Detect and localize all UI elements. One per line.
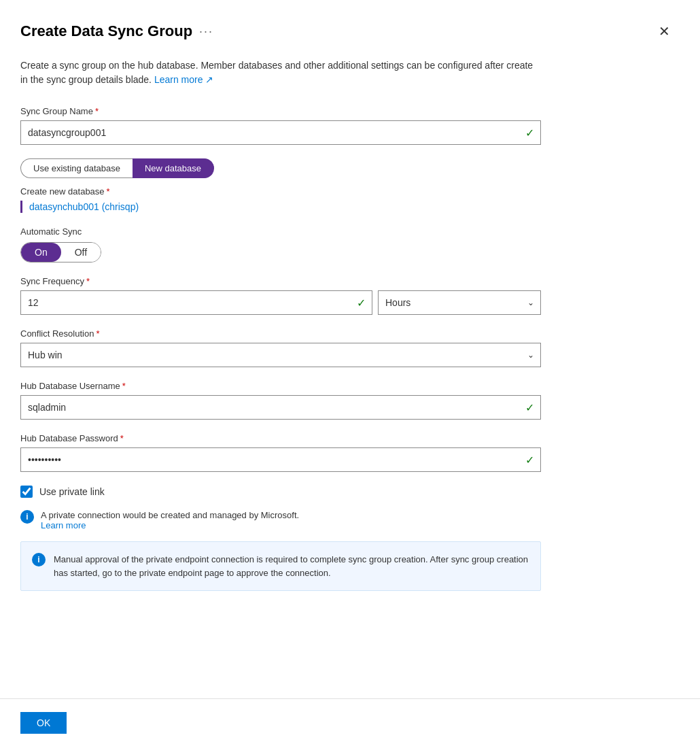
sync-frequency-input-wrapper: ✓ [20, 290, 372, 315]
sync-group-name-wrapper: ✓ [20, 120, 541, 145]
create-new-db-value: datasynchub001 (chrisqp) [29, 201, 139, 212]
hub-db-password-field: Hub Database Password * ✓ [20, 433, 673, 472]
sync-group-name-label: Sync Group Name * [20, 106, 673, 116]
create-new-db-label: Create new database * [20, 186, 673, 197]
hub-db-username-input[interactable] [20, 395, 541, 420]
new-database-tab[interactable]: New database [133, 158, 214, 178]
sync-frequency-input[interactable] [20, 290, 372, 315]
hub-db-password-check-icon: ✓ [525, 454, 534, 467]
conflict-resolution-select[interactable]: Hub win Member win [20, 343, 541, 367]
manual-approval-info-text: Manual approval of the private endpoint … [54, 553, 529, 579]
automatic-sync-on-button[interactable]: On [21, 243, 61, 262]
manual-approval-info-box: i Manual approval of the private endpoin… [20, 541, 541, 591]
external-link-icon: ↗ [205, 74, 213, 85]
hub-db-username-check-icon: ✓ [525, 401, 534, 414]
automatic-sync-field: Automatic Sync On Off [20, 226, 673, 262]
use-private-link-checkbox[interactable] [20, 486, 33, 498]
sync-frequency-label: Sync Frequency * [20, 276, 673, 286]
hub-db-password-label: Hub Database Password * [20, 433, 673, 443]
automatic-sync-off-button[interactable]: Off [61, 243, 101, 262]
conflict-resolution-field: Conflict Resolution * Hub win Member win… [20, 328, 673, 367]
database-tab-group: Use existing database New database [20, 158, 673, 178]
close-icon: ✕ [659, 23, 670, 39]
sync-frequency-unit-select[interactable]: Hours Minutes Days [378, 290, 541, 315]
hub-db-username-wrapper: ✓ [20, 395, 541, 420]
private-link-info-row: i A private connection would be created … [20, 510, 673, 530]
hub-db-password-wrapper: ✓ [20, 447, 541, 472]
sync-group-name-field: Sync Group Name * ✓ [20, 106, 673, 145]
conflict-resolution-wrapper: Hub win Member win ⌄ [20, 343, 541, 367]
learn-more-link-private[interactable]: Learn more [41, 520, 86, 530]
hub-db-username-label: Hub Database Username * [20, 381, 673, 391]
create-new-db-field: Create new database * datasynchub001 (ch… [20, 186, 673, 213]
use-private-link-row: Use private link [20, 486, 673, 498]
panel-title: Create Data Sync Group [20, 22, 192, 40]
manual-approval-info-icon: i [32, 553, 46, 566]
conflict-resolution-label: Conflict Resolution * [20, 328, 673, 339]
use-private-link-label: Use private link [39, 486, 105, 497]
create-new-db-value-wrapper: datasynchub001 (chrisqp) [20, 201, 673, 213]
sync-frequency-field: Sync Frequency * ✓ Hours Minutes Days ⌄ [20, 276, 673, 315]
learn-more-link-header[interactable]: Learn more ↗ [154, 74, 213, 85]
hub-db-password-input[interactable] [20, 447, 541, 472]
sync-frequency-row: ✓ Hours Minutes Days ⌄ [20, 290, 541, 315]
sync-frequency-check-icon: ✓ [357, 296, 366, 309]
panel-footer: OK [0, 698, 700, 746]
sync-group-name-check-icon: ✓ [525, 126, 534, 139]
panel: Create Data Sync Group ··· ✕ Create a sy… [0, 0, 700, 746]
sync-frequency-unit-wrapper: Hours Minutes Days ⌄ [378, 290, 541, 315]
description-main: Create a sync group on the hub database.… [20, 60, 533, 85]
description-text: Create a sync group on the hub database.… [20, 58, 537, 87]
sync-group-name-input[interactable] [20, 120, 541, 145]
hub-db-username-field: Hub Database Username * ✓ [20, 381, 673, 420]
panel-title-row: Create Data Sync Group ··· [20, 22, 213, 40]
automatic-sync-toggle: On Off [20, 242, 101, 262]
private-link-info-icon: i [20, 510, 34, 524]
ok-button[interactable]: OK [20, 712, 67, 734]
use-existing-database-tab[interactable]: Use existing database [20, 158, 133, 178]
automatic-sync-label: Automatic Sync [20, 226, 673, 237]
panel-header: Create Data Sync Group ··· ✕ [20, 20, 673, 42]
close-button[interactable]: ✕ [656, 20, 673, 42]
private-link-info-text: A private connection would be created an… [41, 510, 299, 530]
more-options-icon[interactable]: ··· [199, 24, 213, 39]
